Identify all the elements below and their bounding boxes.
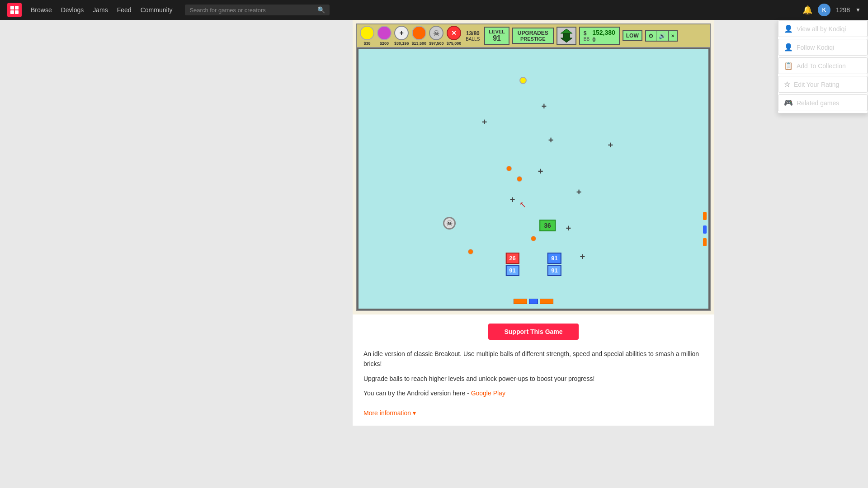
search-bar[interactable]: 🔍 [185, 5, 330, 15]
ball-orange-btn[interactable] [412, 26, 426, 40]
cross-7: + [576, 187, 582, 197]
game-desc-2: Upgrade balls to reach higher levels and… [363, 374, 703, 384]
person-icon: 👤 [784, 24, 793, 33]
cursor-indicator: ↖ [519, 200, 526, 210]
audio-icon[interactable]: 🔊 [656, 31, 669, 41]
close-icon[interactable]: ✕ [669, 31, 677, 41]
cross-4: + [538, 166, 543, 176]
related-games-button[interactable]: 🎮 Related games [778, 94, 868, 111]
ball-yellow-btn[interactable] [360, 26, 374, 40]
ball-red[interactable]: ✕ $75,000 [447, 26, 462, 46]
chevron-down-icon: ▾ [413, 409, 416, 417]
yellow-ball [519, 77, 527, 84]
collection-icon: 📋 [784, 61, 793, 70]
green-block-36: 36 [539, 220, 556, 231]
edit-rating-button[interactable]: ☆ Edit Your Rating [778, 76, 868, 93]
ball-red-price: $75,000 [447, 41, 462, 46]
follow-icon: 👤 [784, 43, 793, 52]
user-avatar[interactable]: K [818, 4, 830, 16]
orange-ball-4 [531, 236, 536, 241]
more-info-link[interactable]: More information ▾ [363, 409, 416, 417]
svg-rect-2 [10, 10, 14, 14]
nav-community[interactable]: Community [141, 6, 173, 14]
block-stack-1: 26 91 [505, 253, 519, 276]
settings-controls[interactable]: ⚙ 🔊 ✕ [645, 30, 678, 42]
level-label: LEVEL [489, 29, 505, 34]
paddle-left [514, 299, 527, 304]
related-label: Related games [797, 99, 839, 107]
paddle-right [540, 299, 553, 304]
nav-jams[interactable]: Jams [93, 6, 108, 14]
bb-label: BB [584, 37, 590, 42]
game-desc-1: An idle version of classic Breakout. Use… [363, 349, 703, 369]
view-all-button[interactable]: 👤 View all by Kodiqi [778, 20, 868, 37]
user-menu-chevron[interactable]: ▼ [855, 7, 861, 13]
add-collection-label: Add To Collection [797, 62, 846, 70]
indicator-orange-1 [703, 212, 707, 220]
settings-gear[interactable]: ⚙ [646, 31, 656, 41]
balls-current: 13 [466, 30, 472, 37]
block-stack-2: 91 91 [547, 253, 561, 276]
search-icon: 🔍 [317, 6, 325, 14]
ball-yellow[interactable]: $38 [360, 26, 374, 46]
level-value: 91 [489, 34, 505, 42]
ball-purple-price: $200 [380, 41, 389, 46]
user-dropdown: 👤 View all by Kodiqi 👤 Follow Kodiqi 📋 A… [778, 20, 868, 113]
rank-button[interactable] [557, 27, 576, 45]
game-frame: $38 $200 + $30,196 $13,500 [353, 20, 714, 314]
money-value: 152,380 [592, 29, 615, 36]
topnav-right: 🔔 K 1298 ▼ [802, 4, 861, 16]
ball-yellow-price: $38 [363, 41, 370, 46]
balls-label: BALLS [466, 37, 480, 42]
page-layout: $38 $200 + $30,196 $13,500 [0, 20, 868, 426]
notification-bell[interactable]: 🔔 [802, 5, 812, 15]
center-content: $38 $200 + $30,196 $13,500 [353, 20, 714, 426]
support-button[interactable]: Support This Game [488, 324, 579, 340]
cross-3: + [548, 135, 554, 145]
orange-ball-1 [506, 166, 512, 171]
follow-button[interactable]: 👤 Follow Kodiqi [778, 39, 868, 56]
upgrades-button[interactable]: UPGRADES PRESTIGE [512, 28, 554, 44]
quality-display: LOW [623, 30, 642, 41]
ball-plus[interactable]: + $30,196 [394, 26, 409, 46]
google-play-link[interactable]: Google Play [471, 389, 505, 397]
game-ui: $38 $200 + $30,196 $13,500 [356, 23, 711, 311]
ball-skull[interactable]: ☠ $97,500 [429, 26, 444, 46]
cross-9: + [608, 140, 613, 150]
svg-rect-3 [15, 10, 19, 14]
nav-browse[interactable]: Browse [31, 6, 52, 14]
more-info-label: More information [363, 409, 411, 417]
ball-skull-price: $97,500 [429, 41, 444, 46]
cross-1: + [482, 117, 487, 127]
game-desc-3: You can try the Android version here - G… [363, 388, 703, 398]
cross-6: + [566, 223, 571, 234]
related-icon: 🎮 [784, 99, 793, 107]
level-box: LEVEL 91 [484, 27, 509, 45]
add-to-collection-button[interactable]: 📋 Add To Collection [778, 57, 868, 74]
ball-purple-btn[interactable] [377, 26, 392, 40]
left-spacer [0, 20, 353, 426]
cross-2: + [541, 101, 547, 112]
game-canvas[interactable]: ☠ + + + + + + + + + ↖ 36 [357, 48, 710, 310]
balls-max: 80 [473, 30, 479, 37]
nav-feed[interactable]: Feed [117, 6, 132, 14]
upgrades-label: UPGRADES [518, 30, 548, 36]
ball-skull-btn[interactable]: ☠ [429, 26, 443, 40]
ball-red-btn[interactable]: ✕ [447, 26, 461, 40]
svg-marker-5 [561, 33, 572, 42]
ball-orange-price: $13,500 [412, 41, 427, 46]
bb-value: 0 [592, 36, 615, 43]
edit-rating-label: Edit Your Rating [794, 81, 839, 88]
orange-ball-2 [517, 176, 522, 182]
indicator-orange-2 [703, 238, 707, 246]
search-input[interactable] [189, 7, 317, 14]
orange-ball-3 [468, 249, 473, 254]
prestige-label: PRESTIGE [518, 36, 548, 42]
ball-orange[interactable]: $13,500 [412, 26, 427, 46]
site-logo[interactable] [7, 3, 22, 17]
cross-8: + [580, 252, 585, 262]
nav-devlogs[interactable]: Devlogs [61, 6, 84, 14]
ball-plus-btn[interactable]: + [394, 26, 409, 40]
ball-count: 13/80 BALLS [466, 30, 480, 42]
ball-purple[interactable]: $200 [377, 26, 392, 46]
